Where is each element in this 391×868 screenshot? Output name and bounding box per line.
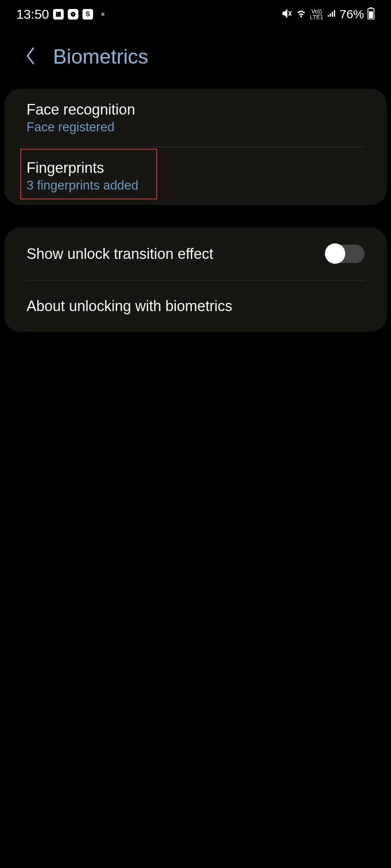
unlock-transition-title: Show unlock transition effect (27, 245, 213, 263)
page-header: Biometrics (0, 29, 391, 89)
fingerprints-subtitle: 3 fingerprints added (27, 178, 364, 193)
svg-rect-4 (370, 7, 372, 9)
wifi-icon (295, 8, 307, 21)
gallery-icon (53, 9, 64, 20)
fingerprints-item[interactable]: Fingerprints 3 fingerprints added (4, 147, 387, 205)
mute-vibrate-icon (282, 8, 292, 20)
status-bar: 13:50 S Vo)) LTE1 76% (0, 0, 391, 29)
battery-percentage: 76% (340, 7, 364, 21)
unlock-transition-item[interactable]: Show unlock transition effect (4, 227, 387, 280)
about-biometrics-item[interactable]: About unlocking with biometrics (4, 280, 387, 332)
status-bar-left: 13:50 S (16, 7, 104, 22)
face-recognition-title: Face recognition (27, 101, 364, 118)
clock-icon (68, 9, 78, 20)
status-bar-right: Vo)) LTE1 76% (282, 7, 375, 21)
svg-rect-3 (369, 11, 373, 19)
chevron-left-icon (24, 46, 37, 66)
s-app-icon: S (82, 9, 93, 20)
svg-point-0 (57, 13, 58, 14)
biometrics-card: Face recognition Face registered Fingerp… (4, 89, 387, 205)
battery-icon (367, 7, 375, 21)
face-recognition-subtitle: Face registered (27, 120, 364, 135)
options-card: Show unlock transition effect About unlo… (4, 227, 387, 332)
volte-icon: Vo)) LTE1 (310, 9, 323, 20)
about-biometrics-title: About unlocking with biometrics (27, 298, 364, 315)
fingerprints-title: Fingerprints (27, 159, 364, 177)
back-button[interactable] (24, 46, 37, 68)
notification-dot-icon (101, 13, 104, 16)
unlock-transition-toggle[interactable] (326, 245, 364, 263)
face-recognition-item[interactable]: Face recognition Face registered (4, 89, 387, 147)
page-title: Biometrics (53, 45, 148, 68)
signal-icon (327, 9, 336, 20)
status-time: 13:50 (16, 7, 49, 22)
toggle-knob (325, 243, 345, 264)
